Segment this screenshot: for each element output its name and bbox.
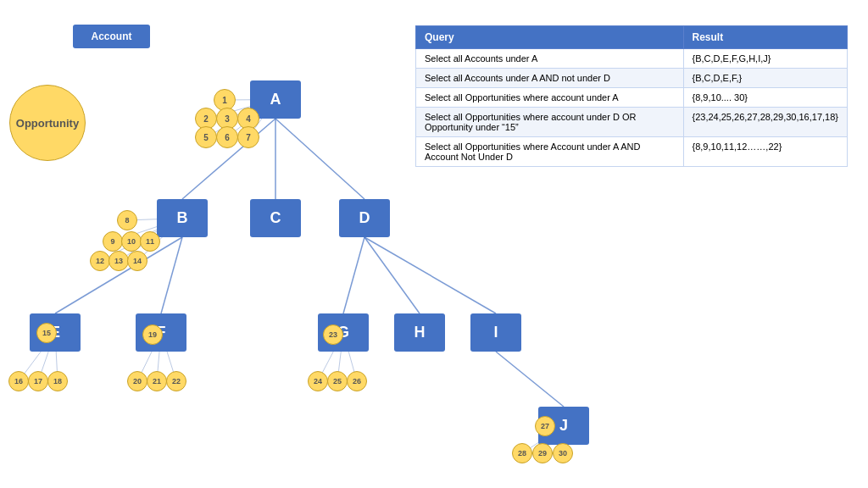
opportunity-node-30: 30 <box>553 443 573 463</box>
table-cell: {23,24,25,26,27,28,29,30,16,17,18} <box>683 108 848 137</box>
opportunity-node-29: 29 <box>532 443 553 463</box>
opportunity-node-25: 25 <box>327 371 348 391</box>
legend-account-label: Account <box>92 30 132 42</box>
svg-line-5 <box>343 237 364 313</box>
opportunity-node-18: 18 <box>47 371 68 391</box>
table-cell: {8,9,10,11,12……,22} <box>683 137 848 167</box>
svg-line-8 <box>496 352 564 407</box>
opportunity-node-27: 27 <box>535 416 555 436</box>
opportunity-node-20: 20 <box>127 371 147 391</box>
opportunity-node-22: 22 <box>166 371 186 391</box>
opportunity-node-7: 7 <box>237 126 259 148</box>
opportunity-node-9: 9 <box>103 231 123 252</box>
opportunity-node-6: 6 <box>216 126 238 148</box>
opportunity-node-24: 24 <box>308 371 328 391</box>
table-cell: Select all Opportunities where Account u… <box>416 137 684 167</box>
opportunity-node-12: 12 <box>90 251 110 271</box>
account-node-D: D <box>339 199 390 237</box>
opportunity-node-16: 16 <box>8 371 29 391</box>
legend-account: Account <box>73 25 150 48</box>
opportunity-node-21: 21 <box>147 371 167 391</box>
account-node-B: B <box>157 199 208 237</box>
legend-opportunity-label: Opportunity <box>16 117 79 130</box>
svg-line-2 <box>275 119 364 199</box>
opportunity-node-26: 26 <box>347 371 367 391</box>
opportunity-node-10: 10 <box>121 231 142 252</box>
account-node-I: I <box>470 313 521 352</box>
svg-line-6 <box>364 237 420 313</box>
legend-opportunity: Opportunity <box>9 85 86 161</box>
opportunity-node-13: 13 <box>108 251 129 271</box>
opportunity-node-11: 11 <box>140 231 160 252</box>
table-cell: Select all Opportunities where account u… <box>416 108 684 137</box>
opportunity-node-17: 17 <box>28 371 48 391</box>
svg-line-4 <box>161 237 182 313</box>
account-node-H: H <box>394 313 445 352</box>
opportunity-node-23: 23 <box>323 324 343 345</box>
opportunity-node-5: 5 <box>195 126 217 148</box>
opportunity-node-14: 14 <box>127 251 147 271</box>
query-table: Query Result Select all Accounts under A… <box>415 25 848 167</box>
diagram: Account Opportunity Query Result Select … <box>0 0 868 488</box>
opportunity-node-8: 8 <box>117 210 137 230</box>
account-node-C: C <box>250 199 301 237</box>
svg-line-7 <box>364 237 496 313</box>
table-cell: Select all Accounts under A AND not unde… <box>416 69 684 88</box>
table-header-result: Result <box>683 26 848 49</box>
table-cell: {B,C,D,E,F,G,H,I,J} <box>683 49 848 69</box>
opportunity-node-19: 19 <box>142 324 163 345</box>
opportunity-node-28: 28 <box>512 443 532 463</box>
table-cell: {B,C,D,E,F,} <box>683 69 848 88</box>
table-cell: {8,9,10.... 30} <box>683 88 848 108</box>
table-header-query: Query <box>416 26 684 49</box>
opportunity-node-15: 15 <box>36 323 57 343</box>
table-cell: Select all Opportunities where account u… <box>416 88 684 108</box>
table-cell: Select all Accounts under A <box>416 49 684 69</box>
